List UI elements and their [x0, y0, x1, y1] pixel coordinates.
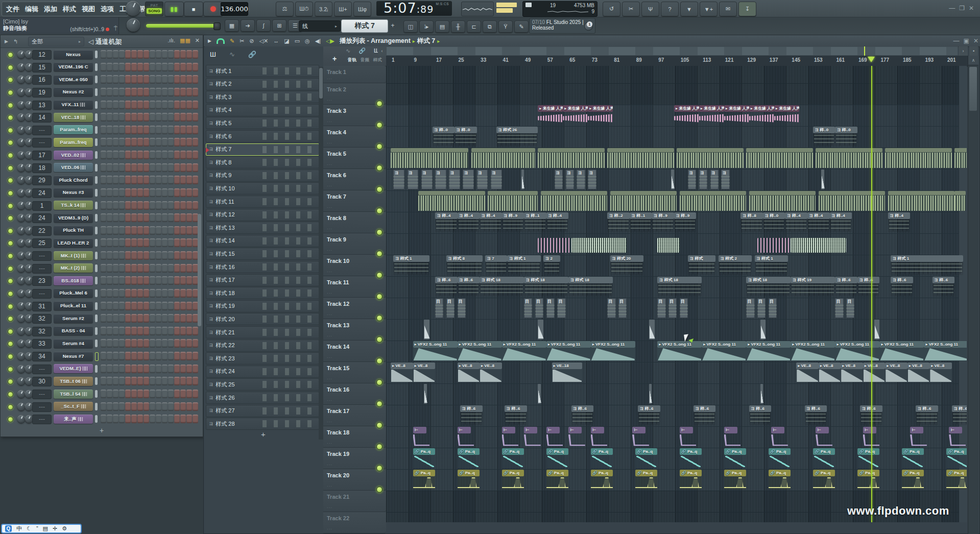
pattern-item[interactable]: ヨ样式 11	[206, 196, 319, 208]
step-cell[interactable]	[174, 402, 180, 411]
step-cell[interactable]	[125, 264, 131, 273]
clip-pat[interactable]: ヨ 样..4	[807, 212, 830, 232]
cut-icon[interactable]: ✂	[622, 2, 640, 16]
clip-autoO[interactable]: 🔗 Pa..q	[502, 470, 524, 490]
track-options[interactable]: ···	[327, 377, 332, 381]
clip-pat[interactable]: ヨ 样..0	[813, 127, 835, 147]
pattern-add-button[interactable]: +	[389, 21, 397, 30]
pattern-item[interactable]: ヨ样式 26	[206, 392, 319, 404]
step-cell[interactable]	[162, 63, 168, 71]
channel-volume-knob[interactable]	[25, 277, 33, 284]
pat-song-toggle[interactable]: PAT SONG	[145, 2, 163, 16]
step-cell[interactable]	[137, 75, 143, 84]
step-cell[interactable]	[137, 327, 143, 335]
add-track-button[interactable]: +	[332, 55, 337, 63]
clip-pat[interactable]: ヨ 样..4	[785, 212, 807, 232]
channel-volume-knob[interactable]	[25, 289, 33, 297]
channel-volume-knob[interactable]	[25, 239, 33, 247]
step-cell[interactable]	[174, 75, 180, 84]
step-cell[interactable]	[180, 113, 186, 122]
clip-block[interactable]: 日	[835, 298, 843, 318]
step-cell[interactable]	[156, 251, 161, 260]
channel-led[interactable]	[8, 140, 13, 145]
step-cell[interactable]	[144, 50, 149, 59]
channel-pan-knob[interactable]	[17, 377, 25, 385]
step-cell[interactable]	[144, 327, 149, 335]
track-header[interactable]: Track 17···	[323, 405, 386, 426]
step-cell[interactable]	[144, 402, 149, 411]
clip-waveG[interactable]: ▸ VE..8	[391, 362, 413, 382]
step-cell[interactable]	[174, 390, 180, 398]
step-cell[interactable]	[113, 302, 118, 310]
step-cell[interactable]	[156, 238, 161, 247]
song-label[interactable]: SONG	[147, 8, 162, 14]
step-cell[interactable]	[168, 415, 174, 423]
step-cell[interactable]	[113, 238, 118, 247]
channel-button[interactable]: Nexus	[54, 50, 93, 59]
clip-pat[interactable]: ヨ 样..6	[571, 405, 594, 425]
step-cell[interactable]	[101, 251, 106, 260]
undo-arrow-icon[interactable]: ↰	[13, 38, 18, 45]
track-options[interactable]: ···	[327, 162, 332, 167]
channel-target-display[interactable]: 25	[32, 238, 52, 248]
step-cell[interactable]	[119, 213, 125, 222]
clip-pat[interactable]: ヨ 样..6	[460, 405, 483, 425]
graph-editor-icon[interactable]: .ılı.	[168, 37, 175, 44]
step-cell[interactable]	[156, 377, 161, 385]
track-options[interactable]: ···	[327, 248, 332, 253]
step-cell[interactable]	[186, 188, 192, 197]
volume-thumb[interactable]	[213, 22, 221, 30]
clip-stripes[interactable]	[488, 191, 538, 211]
track-header[interactable]: Track 2···	[323, 83, 386, 105]
step-cell[interactable]	[113, 213, 118, 222]
pattern-item[interactable]: ヨ样式 6	[206, 130, 319, 142]
step-cell[interactable]	[162, 302, 168, 310]
step-cell[interactable]	[113, 88, 118, 96]
step-cell[interactable]	[101, 101, 106, 109]
clip-block[interactable]: ヨ	[449, 169, 460, 189]
step-cell[interactable]	[168, 314, 174, 323]
step-cell[interactable]	[119, 188, 125, 197]
channel-target-display[interactable]: ---	[32, 264, 52, 274]
pattern-item[interactable]: ヨ样式 13	[206, 222, 319, 234]
track-led[interactable]	[376, 208, 383, 214]
clip-autoT[interactable]: 🔗 Pa..q	[902, 448, 924, 468]
step-cell[interactable]	[174, 176, 180, 184]
step-cell[interactable]	[137, 264, 143, 273]
channel-led[interactable]	[8, 215, 13, 221]
step-cell[interactable]	[174, 50, 180, 59]
step-cell[interactable]	[156, 213, 161, 222]
track-header[interactable]: Track 5···	[323, 148, 386, 169]
clip-block[interactable]: 日	[746, 298, 754, 318]
step-cell[interactable]	[137, 314, 143, 323]
clip-waveG[interactable]: ▸ VE..8	[480, 362, 502, 382]
channel-pan-knob[interactable]	[17, 176, 25, 184]
step-cell[interactable]	[144, 176, 149, 184]
clip-pat[interactable]: ヨ 样..2	[607, 212, 630, 232]
track-led[interactable]	[376, 379, 383, 385]
channel-button[interactable]: Pluck Chord	[54, 176, 93, 185]
track-led[interactable]	[376, 294, 383, 300]
step-cell[interactable]	[168, 365, 174, 373]
track-options[interactable]: ···	[327, 505, 332, 510]
step-cell[interactable]	[131, 251, 137, 260]
channel-target-display[interactable]: ---	[32, 390, 52, 399]
step-cell[interactable]	[131, 390, 137, 398]
step-cell[interactable]	[101, 402, 106, 411]
step-cell[interactable]	[125, 63, 131, 71]
step-cell[interactable]	[144, 302, 149, 310]
step-cell[interactable]	[107, 276, 112, 285]
keyboard-icon[interactable]: ▤	[43, 525, 48, 532]
channel-button[interactable]: Nexus #3	[54, 188, 93, 197]
track-header[interactable]: Track 14···	[323, 341, 386, 362]
step-cell[interactable]	[168, 327, 174, 335]
piano-roll-icon[interactable]: ʃ	[256, 19, 271, 32]
clip-purp[interactable]: ⊢	[724, 427, 741, 447]
clip-block[interactable]: ヨ	[491, 169, 502, 189]
channel-volume-knob[interactable]	[25, 63, 33, 71]
step-cell[interactable]	[180, 289, 186, 298]
typing-keyboard-icon[interactable]: ⁞▸	[419, 20, 434, 33]
menu-item-5[interactable]: 选项	[101, 5, 114, 14]
step-cell[interactable]	[174, 163, 180, 172]
clip-autoT[interactable]: 🔗 Pa..q	[857, 448, 880, 468]
